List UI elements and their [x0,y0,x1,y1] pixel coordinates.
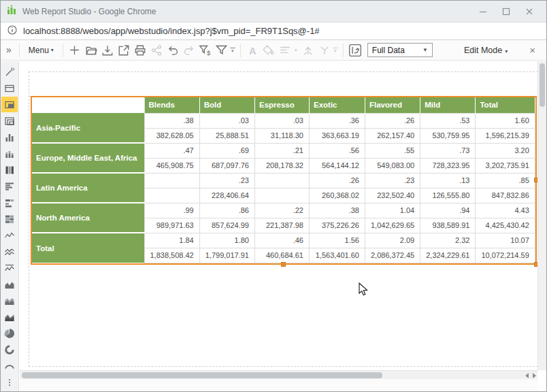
data-cell[interactable]: 465,908.75 [144,158,199,173]
font-button[interactable]: A [244,42,261,59]
data-cell[interactable]: .26 [309,173,365,188]
data-mode-select[interactable]: Full Data ▼ [367,43,433,57]
row-header-cell[interactable]: Total [32,233,144,263]
data-cell[interactable]: .21 [254,143,309,158]
data-cell[interactable]: 25,888.51 [199,128,254,143]
row-header-cell[interactable]: Asia-Pacific [32,113,144,143]
column-header-cell[interactable]: Flavored [365,97,420,113]
data-cell[interactable] [144,188,199,203]
data-cell[interactable]: .36 [309,113,365,128]
table-icon[interactable] [1,80,18,96]
data-cell[interactable]: 375,226.26 [309,218,365,233]
scroll-right-icon[interactable] [533,373,536,378]
wizard-wand-icon[interactable] [1,64,18,80]
data-cell[interactable]: 938,589.91 [420,218,476,233]
data-cell[interactable]: 1,563,401.60 [309,248,365,263]
data-cell[interactable]: .73 [420,143,476,158]
data-cell[interactable]: 262,157.40 [365,128,420,143]
print-report-button[interactable] [132,42,148,59]
arrow-up-button[interactable] [300,42,316,59]
data-cell[interactable]: 847,832.86 [476,188,535,203]
export-report-button[interactable] [116,42,132,59]
bar-chart-2-icon[interactable] [1,146,18,161]
data-cell[interactable]: .69 [199,143,254,158]
data-cell[interactable]: 2,324,229.61 [420,248,476,263]
column-header-cell[interactable]: Mild [420,97,476,113]
vertical-scrollbar-thumb[interactable] [540,63,545,107]
data-cell[interactable]: 31,118.30 [254,128,309,143]
menu-dropdown[interactable]: Menu ▾ [23,46,59,55]
row-header-cell[interactable]: Europe, Middle East, Africa [32,143,144,173]
redo-button[interactable] [181,42,197,59]
data-cell[interactable]: .38 [309,203,365,218]
pie-chart-icon[interactable] [1,325,18,341]
crosstab-icon[interactable] [1,97,18,112]
data-cell[interactable]: 728,323.95 [420,158,476,173]
data-cell[interactable]: .99 [144,203,199,218]
row-header-cell[interactable]: North America [32,203,144,233]
text-lines-3-icon[interactable] [1,211,18,227]
data-cell[interactable]: 1,838,508.42 [144,248,199,263]
data-cell[interactable] [144,173,199,188]
data-cell[interactable]: 1,596,215.39 [476,128,535,143]
data-cell[interactable]: .38 [144,113,199,128]
filter-dollar-button[interactable]: $ [197,42,214,59]
data-cell[interactable]: .13 [420,173,476,188]
edit-mode-dropdown[interactable]: Edit Mode ▾ [464,46,508,55]
data-cell[interactable]: 989,971.63 [144,218,199,233]
data-cell[interactable]: 2,086,372.45 [365,248,420,263]
data-cell[interactable]: .23 [199,173,254,188]
data-cell[interactable]: 3,202,735.91 [476,158,535,173]
data-cell[interactable]: 2.32 [420,233,476,248]
data-cell[interactable]: 221,387.98 [254,218,309,233]
data-cell[interactable]: .55 [365,143,420,158]
align-dropdown-button[interactable]: ▾ [292,48,300,52]
column-header-cell[interactable]: Bold [199,97,254,113]
area-chart-icon[interactable] [1,276,18,292]
data-cell[interactable]: 1.04 [365,203,420,218]
undo-button[interactable] [165,42,181,59]
filter-dropdown-button[interactable]: ▾ [229,48,237,52]
resize-handle-bottom[interactable] [281,262,286,267]
branch-button[interactable] [316,42,333,59]
donut-chart-icon[interactable] [1,342,18,357]
data-cell[interactable]: 549,083.00 [365,158,420,173]
column-header-cell[interactable]: Total [476,97,535,113]
row-header-cell[interactable]: Latin America [32,173,144,203]
bar-chart-icon[interactable] [1,129,18,145]
data-cell[interactable]: 1.60 [476,113,535,128]
column-chart-icon[interactable] [1,162,18,178]
data-cell[interactable]: .94 [420,203,476,218]
filter-button[interactable] [214,42,230,59]
stacked-area-chart-icon[interactable] [1,293,18,308]
data-cell[interactable]: 1,042,629.65 [365,218,420,233]
column-header-cell[interactable]: Blends [144,97,199,113]
data-cell[interactable]: 260,368.02 [309,188,365,203]
minimize-button[interactable] [471,3,495,20]
column-header-cell[interactable]: Espresso [254,97,309,113]
data-cell[interactable]: 1.84 [144,233,199,248]
horizontal-scrollbar-thumb[interactable] [22,372,382,378]
toolbar-overflow-button[interactable]: » [5,44,16,56]
multi-line-chart-icon[interactable] [1,244,18,259]
data-cell[interactable]: 564,144.12 [309,158,365,173]
close-window-button[interactable] [518,3,541,20]
share-report-button[interactable] [148,42,165,59]
data-cell[interactable]: .03 [199,113,254,128]
data-cell[interactable]: 460,684.61 [254,248,309,263]
data-cell[interactable]: 4,425,430.42 [476,218,535,233]
data-cell[interactable]: 382,628.05 [144,128,199,143]
url-text[interactable]: localhost:8888/webos/app/webstudio/index… [23,26,320,36]
branch-dropdown-button[interactable]: ▾ [331,48,339,52]
data-cell[interactable]: 10.07 [476,233,535,248]
maximize-button[interactable] [495,3,518,20]
data-cell[interactable]: .22 [254,203,309,218]
area-chart-2-icon[interactable] [1,309,18,325]
data-cell[interactable]: .47 [144,143,199,158]
horizontal-scrollbar[interactable] [20,370,537,379]
more-icon[interactable] [1,374,18,390]
address-bar[interactable]: localhost:8888/webos/app/webstudio/index… [1,22,546,40]
data-cell[interactable]: 4.43 [476,203,535,218]
data-cell[interactable]: 1.56 [309,233,365,248]
data-cell[interactable]: .26 [365,113,420,128]
